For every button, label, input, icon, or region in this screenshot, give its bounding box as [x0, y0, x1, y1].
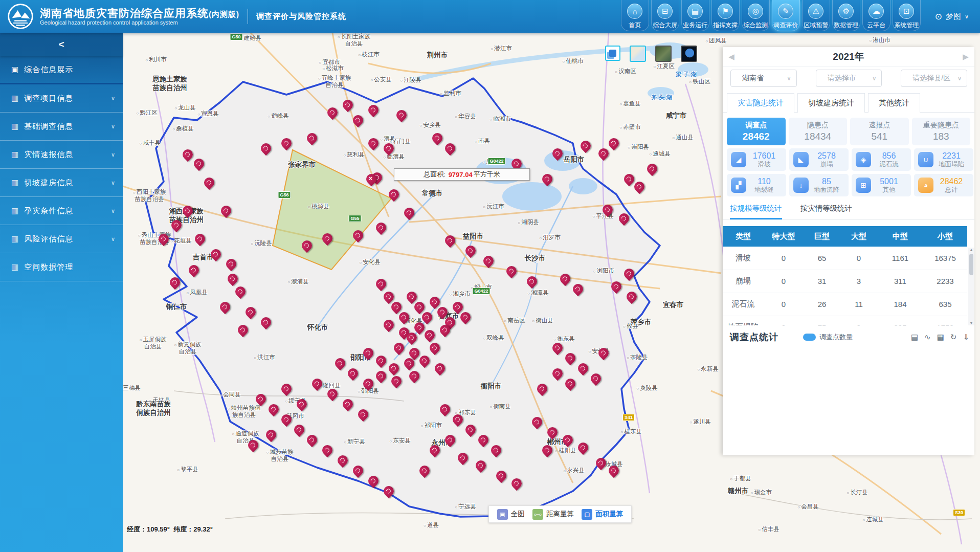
- hazard-point-marker[interactable]: [647, 164, 657, 174]
- measure-面积量算-button[interactable]: ▢面积量算: [582, 509, 623, 520]
- hazard-point-marker[interactable]: [159, 234, 169, 244]
- hazard-point-marker[interactable]: [261, 317, 271, 327]
- hazard-point-marker[interactable]: [407, 333, 417, 343]
- hazard-point-marker[interactable]: [307, 133, 317, 143]
- hazard-point-marker[interactable]: [307, 435, 317, 445]
- hazard-point-marker[interactable]: [624, 269, 634, 279]
- hazard-point-marker[interactable]: [363, 348, 373, 358]
- hazard-point-marker[interactable]: [445, 435, 455, 445]
- globe-3d-thumbnail[interactable]: [681, 46, 697, 62]
- region-select[interactable]: 请选择县/区∨: [901, 70, 967, 87]
- hazard-point-marker[interactable]: [483, 256, 494, 266]
- hazard-point-marker[interactable]: [297, 399, 307, 409]
- layer-switch-button[interactable]: [605, 46, 620, 61]
- hazard-point-marker[interactable]: [246, 307, 256, 317]
- hazard-point-marker[interactable]: [204, 178, 214, 188]
- hazard-point-marker[interactable]: [634, 182, 644, 192]
- chevron-down-icon[interactable]: ∨: [965, 13, 969, 20]
- hazard-point-marker[interactable]: [294, 425, 304, 435]
- region-select[interactable]: 湖南省∨: [730, 70, 797, 87]
- hazard-point-marker[interactable]: [445, 143, 455, 153]
- nav-tab-业务运行[interactable]: ▤业务运行: [681, 0, 709, 31]
- stat-card-速报点[interactable]: 速报点541: [850, 118, 909, 145]
- hazard-point-marker[interactable]: [394, 343, 404, 353]
- hazard-point-marker[interactable]: [399, 312, 409, 322]
- hazard-point-marker[interactable]: [511, 478, 522, 489]
- hazard-point-marker[interactable]: [430, 343, 440, 353]
- hazard-point-marker[interactable]: [425, 330, 435, 340]
- hazard-point-marker[interactable]: [506, 266, 517, 276]
- scroll-up-icon[interactable]: ▲: [968, 248, 974, 252]
- hazard-point-marker[interactable]: [171, 220, 182, 230]
- hazard-point-marker[interactable]: [389, 363, 399, 373]
- hazard-point-marker[interactable]: [281, 384, 292, 394]
- hazard-point-marker[interactable]: [363, 379, 373, 389]
- hazard-point-marker[interactable]: [327, 107, 338, 118]
- hazard-point-marker[interactable]: [391, 302, 402, 312]
- hazard-point-marker[interactable]: [591, 373, 601, 384]
- hazard-point-marker[interactable]: [368, 138, 378, 148]
- hazard-point-marker[interactable]: [414, 322, 425, 333]
- data-view-icon[interactable]: ▤: [911, 333, 918, 342]
- sidebar-item-孕灾条件信息[interactable]: ▥孕灾条件信息∨: [0, 197, 123, 225]
- hazard-point-marker[interactable]: [376, 223, 386, 233]
- hazard-point-marker[interactable]: [596, 458, 606, 468]
- hazard-point-marker[interactable]: [560, 274, 570, 284]
- hazard-point-marker[interactable]: [368, 476, 378, 486]
- eye-icon[interactable]: ⊙: [935, 11, 942, 22]
- hazard-point-marker[interactable]: [581, 141, 591, 151]
- sidebar-item-灾情速报信息[interactable]: ▥灾情速报信息∨: [0, 141, 123, 169]
- hazard-point-marker[interactable]: [547, 427, 558, 437]
- hazard-point-marker[interactable]: [248, 440, 258, 450]
- hazard-point-marker[interactable]: [221, 206, 231, 216]
- hazard-point-marker[interactable]: [598, 148, 609, 159]
- hazard-point-marker[interactable]: [327, 389, 338, 399]
- hazard-point-marker[interactable]: [609, 138, 619, 148]
- hazard-point-marker[interactable]: [578, 443, 588, 453]
- sidebar-item-风险评估信息[interactable]: ▥风险评估信息∨: [0, 225, 123, 253]
- hazard-point-marker[interactable]: [465, 246, 476, 256]
- hazard-point-marker[interactable]: [527, 276, 537, 286]
- hazard-point-marker[interactable]: [542, 445, 552, 455]
- sidebar-item-调查项目信息[interactable]: ▥调查项目信息∨: [0, 84, 123, 113]
- region-select[interactable]: 请选择市∨: [816, 70, 882, 87]
- hazard-point-marker[interactable]: [389, 189, 399, 200]
- hazard-point-marker[interactable]: [453, 414, 463, 425]
- table-scrollbar[interactable]: ▲ ▼: [968, 248, 974, 325]
- hazard-point-marker[interactable]: [458, 453, 468, 463]
- nav-tab-系统管理[interactable]: ⊡系统管理: [893, 0, 921, 31]
- hazard-point-marker[interactable]: [430, 445, 440, 455]
- hazard-point-marker[interactable]: [476, 460, 486, 471]
- tab-灾害隐患统计[interactable]: 灾害隐患统计: [727, 93, 794, 113]
- nav-tab-首页[interactable]: ⌂首页: [621, 0, 649, 31]
- sidebar-item-切坡建房信息[interactable]: ▥切坡建房信息∨: [0, 169, 123, 197]
- hazard-point-marker[interactable]: [565, 353, 575, 363]
- hazard-point-marker[interactable]: [437, 307, 448, 317]
- sidebar-item-基础调查信息[interactable]: ▥基础调查信息∨: [0, 113, 123, 141]
- hazard-point-marker[interactable]: [430, 297, 440, 307]
- sidebar-item-空间数据管理[interactable]: ▥空间数据管理: [0, 253, 123, 281]
- hazard-point-marker[interactable]: [266, 430, 276, 440]
- hazard-point-marker[interactable]: [552, 343, 563, 353]
- hazard-point-marker[interactable]: [384, 486, 394, 496]
- download-icon[interactable]: ⇓: [963, 333, 969, 342]
- line-chart-icon[interactable]: ∿: [924, 333, 931, 342]
- hazard-point-marker[interactable]: [226, 259, 236, 269]
- hazard-point-marker[interactable]: [335, 358, 345, 368]
- satellite-map-thumbnail[interactable]: [655, 46, 672, 62]
- hazard-point-marker[interactable]: [220, 302, 230, 312]
- hazard-point-marker[interactable]: [563, 435, 573, 445]
- stat-card-重要隐患点[interactable]: 重要隐患点183: [912, 118, 971, 145]
- hazard-point-marker[interactable]: [496, 471, 506, 481]
- hazard-point-marker[interactable]: [281, 414, 292, 425]
- refresh-icon[interactable]: ↻: [950, 333, 957, 342]
- hazard-point-marker[interactable]: [353, 466, 363, 476]
- hazard-point-marker[interactable]: [440, 404, 450, 414]
- subtab-按灾情等级统计[interactable]: 按灾情等级统计: [800, 204, 853, 219]
- hazard-point-marker[interactable]: [404, 358, 414, 368]
- hazard-point-marker[interactable]: [368, 105, 378, 115]
- stat-card-调查点[interactable]: 调查点28462: [727, 118, 786, 145]
- hazard-point-marker[interactable]: [302, 240, 312, 251]
- hazard-point-marker[interactable]: [440, 325, 450, 335]
- hazard-point-marker[interactable]: [552, 368, 563, 379]
